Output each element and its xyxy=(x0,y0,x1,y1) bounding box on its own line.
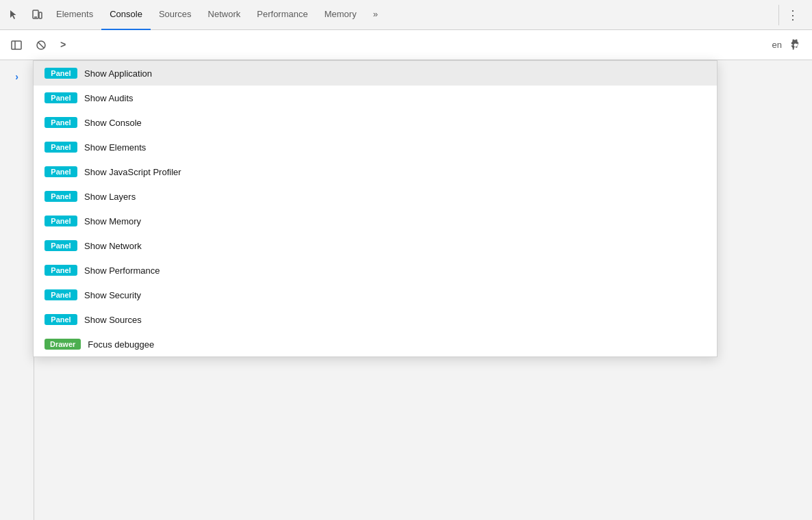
label-show-elements: Show Elements xyxy=(84,142,146,153)
device-icon xyxy=(31,9,43,21)
label-show-audits: Show Audits xyxy=(84,93,134,103)
label-show-console: Show Console xyxy=(84,118,142,128)
badge-show-console: Panel xyxy=(45,117,77,128)
badge-show-layers: Panel xyxy=(45,191,77,202)
chevron-right-icon: › xyxy=(15,71,18,82)
label-focus-debuggee: Focus debuggee xyxy=(88,339,154,350)
tab-more[interactable]: » xyxy=(365,0,386,30)
badge-show-audits: Panel xyxy=(45,92,77,103)
badge-show-application: Panel xyxy=(45,68,77,79)
console-filter-label: en xyxy=(772,40,782,50)
main-area: › PanelShow ApplicationPanelShow AuditsP… xyxy=(0,60,812,520)
sidebar-icon xyxy=(10,39,23,51)
command-menu-dropdown: PanelShow ApplicationPanelShow AuditsPan… xyxy=(33,60,718,357)
tab-memory[interactable]: Memory xyxy=(316,0,365,30)
label-show-layers: Show Layers xyxy=(84,192,136,202)
devtools-toolbar: Elements Console Sources Network Perform… xyxy=(0,0,812,30)
dropdown-item-show-network[interactable]: PanelShow Network xyxy=(34,233,717,258)
svg-rect-3 xyxy=(12,41,21,49)
badge-show-javascript-profiler: Panel xyxy=(45,166,77,177)
dropdown-item-show-performance[interactable]: PanelShow Performance xyxy=(34,258,717,283)
dropdown-item-show-memory[interactable]: PanelShow Memory xyxy=(34,209,717,233)
show-console-sidebar-button[interactable] xyxy=(5,34,27,56)
sidebar: › xyxy=(0,60,34,520)
label-show-network: Show Network xyxy=(84,241,142,251)
separator xyxy=(778,5,779,25)
svg-rect-1 xyxy=(39,12,42,18)
label-show-sources: Show Sources xyxy=(84,315,142,325)
tab-elements[interactable]: Elements xyxy=(48,0,101,30)
console-settings-button[interactable] xyxy=(785,34,807,56)
device-toolbar-button[interactable] xyxy=(26,4,48,26)
label-show-security: Show Security xyxy=(84,290,141,300)
toolbar-tabs: Elements Console Sources Network Perform… xyxy=(48,0,778,30)
tab-network[interactable]: Network xyxy=(200,0,249,30)
inspect-element-button[interactable] xyxy=(3,4,25,26)
dropdown-item-focus-debuggee[interactable]: DrawerFocus debuggee xyxy=(34,332,717,356)
console-prompt-symbol: > xyxy=(60,40,66,51)
dropdown-item-show-elements[interactable]: PanelShow Elements xyxy=(34,135,717,159)
badge-focus-debuggee: Drawer xyxy=(45,339,81,350)
dropdown-item-show-application[interactable]: PanelShow Application xyxy=(34,61,717,86)
console-toolbar-left xyxy=(5,34,52,56)
tab-performance[interactable]: Performance xyxy=(249,0,316,30)
badge-show-performance: Panel xyxy=(45,265,77,276)
label-show-performance: Show Performance xyxy=(84,265,160,276)
dropdown-item-show-console[interactable]: PanelShow Console xyxy=(34,110,717,135)
label-show-javascript-profiler: Show JavaScript Profiler xyxy=(84,167,181,177)
console-input-area[interactable]: > xyxy=(58,30,767,60)
more-options-button[interactable]: ⋮ xyxy=(782,4,804,26)
dropdown-item-show-sources[interactable]: PanelShow Sources xyxy=(34,307,717,332)
badge-show-sources: Panel xyxy=(45,314,77,325)
toolbar-right: ⋮ xyxy=(778,4,809,26)
clear-icon xyxy=(35,39,47,51)
dropdown-item-show-layers[interactable]: PanelShow Layers xyxy=(34,184,717,209)
more-options-icon: ⋮ xyxy=(787,8,799,23)
toolbar-left xyxy=(3,4,48,26)
label-show-memory: Show Memory xyxy=(84,216,141,226)
gear-icon xyxy=(789,39,802,51)
console-toolbar: > en xyxy=(0,30,812,60)
badge-show-elements: Panel xyxy=(45,142,77,153)
console-right-controls: en xyxy=(772,34,807,56)
svg-line-6 xyxy=(38,42,45,48)
badge-show-network: Panel xyxy=(45,240,77,251)
tab-console[interactable]: Console xyxy=(101,0,151,30)
badge-show-security: Panel xyxy=(45,289,77,300)
label-show-application: Show Application xyxy=(84,68,152,79)
dropdown-item-show-security[interactable]: PanelShow Security xyxy=(34,283,717,307)
clear-console-button[interactable] xyxy=(30,34,52,56)
dropdown-item-show-audits[interactable]: PanelShow Audits xyxy=(34,86,717,110)
sidebar-chevron-button[interactable]: › xyxy=(6,66,28,88)
tab-sources[interactable]: Sources xyxy=(151,0,200,30)
cursor-icon xyxy=(8,9,20,21)
badge-show-memory: Panel xyxy=(45,216,77,226)
dropdown-item-show-javascript-profiler[interactable]: PanelShow JavaScript Profiler xyxy=(34,159,717,184)
